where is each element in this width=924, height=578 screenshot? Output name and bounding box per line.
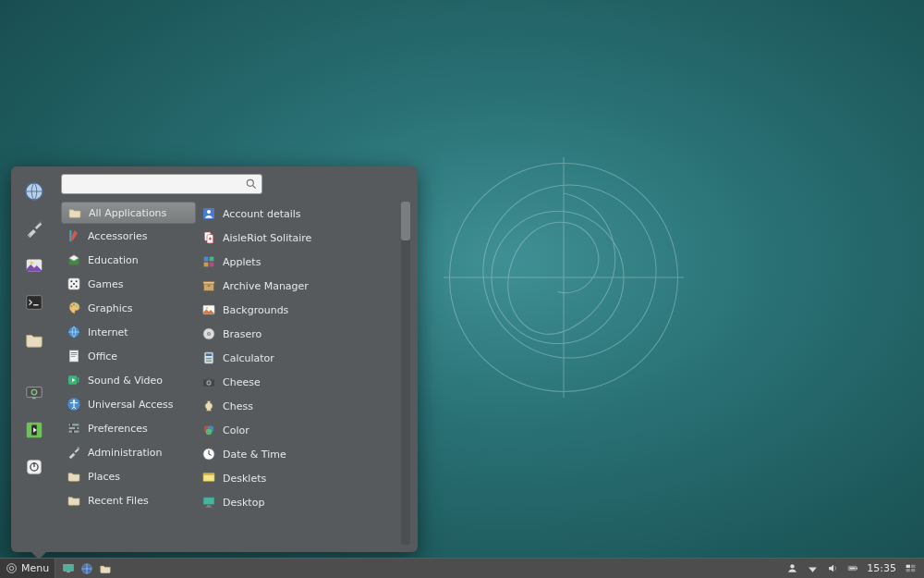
tray-user-icon[interactable] xyxy=(785,562,798,575)
app-date-time[interactable]: Date & Time xyxy=(196,442,399,466)
system-tray: 15:35 xyxy=(778,559,924,578)
calculator-icon xyxy=(201,350,216,365)
cat-recent-files[interactable]: Recent Files xyxy=(61,488,196,512)
svg-point-28 xyxy=(76,305,78,307)
app-desklets[interactable]: Desklets xyxy=(196,466,399,490)
svg-rect-92 xyxy=(850,567,857,569)
menu-search[interactable] xyxy=(61,174,262,194)
tray-network-icon[interactable] xyxy=(806,562,819,575)
svg-point-85 xyxy=(9,566,13,570)
tray-clock[interactable]: 15:35 xyxy=(867,562,896,574)
cat-accessories[interactable]: Accessories xyxy=(61,224,196,248)
app-color[interactable]: Color xyxy=(196,418,399,442)
taskbar-panel: Menu 15:35 xyxy=(0,558,924,578)
app-calculator[interactable]: Calculator xyxy=(196,346,399,370)
svg-rect-83 xyxy=(206,507,213,508)
solitaire-icon: ♦ xyxy=(201,230,216,245)
fav-shutdown[interactable] xyxy=(18,451,50,483)
app-applets[interactable]: Applets xyxy=(196,250,399,274)
favorites-sidebar xyxy=(18,174,55,545)
app-list-scrollbar[interactable] xyxy=(401,202,410,545)
svg-rect-41 xyxy=(75,426,77,429)
svg-point-21 xyxy=(70,280,72,282)
panel-show-desktop[interactable] xyxy=(61,561,76,576)
svg-point-22 xyxy=(76,280,78,282)
folder-icon xyxy=(67,493,81,508)
svg-rect-32 xyxy=(71,354,78,355)
svg-point-23 xyxy=(73,283,75,285)
cat-games[interactable]: Games xyxy=(61,272,196,296)
tray-workspace-icon[interactable] xyxy=(904,562,917,575)
fav-log-out[interactable] xyxy=(18,414,50,446)
svg-point-16 xyxy=(247,179,253,186)
app-cheese[interactable]: Cheese xyxy=(196,370,399,394)
svg-rect-54 xyxy=(203,281,214,284)
debian-swirl-decoration xyxy=(444,157,684,398)
cat-places[interactable]: Places xyxy=(61,464,196,488)
svg-point-84 xyxy=(7,564,17,573)
office-icon xyxy=(67,349,81,363)
svg-rect-94 xyxy=(911,565,915,568)
sound-video-icon xyxy=(67,373,81,387)
tray-volume-icon[interactable] xyxy=(826,562,839,575)
svg-rect-80 xyxy=(203,473,214,475)
svg-point-67 xyxy=(208,361,210,363)
chess-icon xyxy=(201,399,216,413)
administration-icon xyxy=(67,445,81,460)
account-icon xyxy=(201,206,216,221)
education-icon xyxy=(67,252,81,267)
svg-line-17 xyxy=(253,186,256,189)
svg-text:♦: ♦ xyxy=(208,236,213,241)
app-backgrounds[interactable]: Backgrounds xyxy=(196,298,399,322)
cat-preferences[interactable]: Preferences xyxy=(61,416,196,440)
svg-rect-40 xyxy=(70,424,72,426)
app-chess[interactable]: Chess xyxy=(196,394,399,418)
app-desktop[interactable]: Desktop xyxy=(196,490,399,514)
search-input[interactable] xyxy=(62,175,261,193)
svg-rect-9 xyxy=(27,387,43,398)
cat-graphics[interactable]: Graphics xyxy=(61,296,196,320)
tray-battery-icon[interactable] xyxy=(846,562,859,575)
internet-icon xyxy=(67,325,81,339)
games-icon xyxy=(67,277,81,291)
cat-office[interactable]: Office xyxy=(61,344,196,368)
cinnamon-logo-icon xyxy=(6,562,18,574)
svg-point-60 xyxy=(208,333,209,334)
app-account-details[interactable]: Account details xyxy=(196,202,399,226)
fav-settings[interactable] xyxy=(18,213,50,244)
fav-files[interactable] xyxy=(18,324,50,355)
svg-rect-49 xyxy=(204,257,209,262)
panel-browser[interactable] xyxy=(79,561,94,576)
cat-universal-access[interactable]: Universal Access xyxy=(61,392,196,416)
cat-sound-video[interactable]: Sound & Video xyxy=(61,368,196,392)
svg-rect-62 xyxy=(206,353,213,356)
cat-administration[interactable]: Administration xyxy=(61,440,196,464)
backgrounds-icon xyxy=(201,302,216,317)
svg-point-2 xyxy=(492,212,624,344)
svg-point-64 xyxy=(208,358,210,360)
svg-rect-70 xyxy=(206,377,211,380)
fav-image-viewer[interactable] xyxy=(18,250,50,281)
menu-button[interactable]: Menu xyxy=(0,559,55,578)
panel-files[interactable] xyxy=(98,561,113,576)
fav-lock-screen[interactable] xyxy=(18,377,50,409)
svg-point-65 xyxy=(210,358,212,360)
svg-point-72 xyxy=(208,382,211,385)
app-archive-manager[interactable]: Archive Manager xyxy=(196,274,399,298)
cat-all-applications[interactable]: All Applications xyxy=(61,202,196,224)
svg-rect-38 xyxy=(69,427,79,429)
folder-icon xyxy=(67,205,82,220)
svg-point-63 xyxy=(206,358,208,360)
cat-education[interactable]: Education xyxy=(61,248,196,272)
color-icon xyxy=(201,423,216,437)
svg-rect-18 xyxy=(69,230,71,241)
svg-rect-33 xyxy=(71,356,76,357)
scroll-thumb[interactable] xyxy=(401,202,410,240)
app-brasero[interactable]: Brasero xyxy=(196,322,399,346)
svg-rect-87 xyxy=(67,571,70,572)
fav-web-browser[interactable] xyxy=(18,176,50,207)
svg-point-43 xyxy=(77,447,79,449)
app-aisleriot-solitaire[interactable]: ♦ AisleRiot Solitaire xyxy=(196,226,399,250)
cat-internet[interactable]: Internet xyxy=(61,320,196,344)
fav-terminal[interactable] xyxy=(18,287,50,318)
